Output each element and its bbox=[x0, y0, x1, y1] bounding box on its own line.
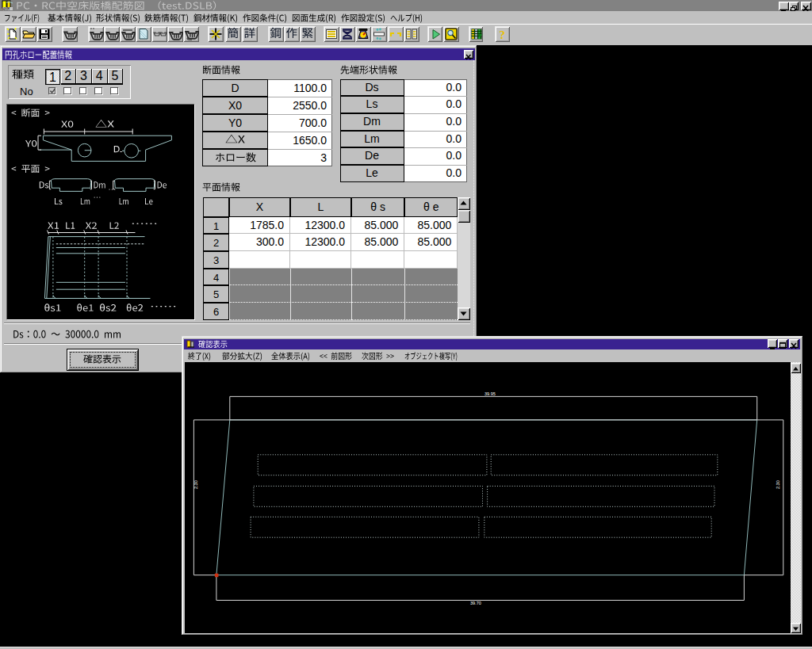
svg-text:39.95: 39.95 bbox=[485, 391, 496, 396]
svg-text:39.70: 39.70 bbox=[470, 601, 481, 605]
svg-text:2.30: 2.30 bbox=[193, 480, 198, 489]
svg-text:2.30: 2.30 bbox=[776, 480, 780, 489]
svg-text:?: ? bbox=[499, 29, 505, 41]
